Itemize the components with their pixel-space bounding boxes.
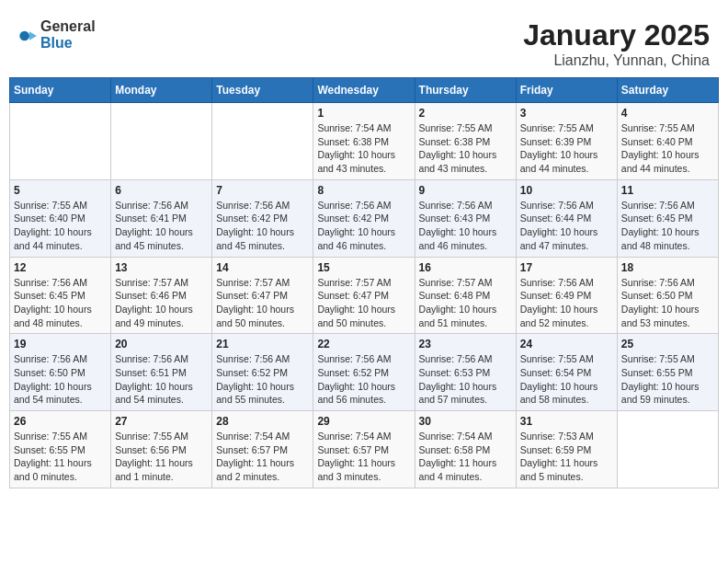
day-number: 25 <box>621 338 714 350</box>
day-info: Sunrise: 7:54 AMSunset: 6:57 PMDaylight:… <box>317 430 410 484</box>
calendar-cell: 8Sunrise: 7:56 AMSunset: 6:42 PMDaylight… <box>313 179 415 257</box>
title-block: January 2025 Lianzhu, Yunnan, China <box>523 18 710 69</box>
day-info: Sunrise: 7:56 AMSunset: 6:45 PMDaylight:… <box>14 276 107 330</box>
day-number: 28 <box>216 415 309 428</box>
day-number: 20 <box>115 338 208 350</box>
day-info: Sunrise: 7:57 AMSunset: 6:47 PMDaylight:… <box>216 276 309 330</box>
calendar-cell: 9Sunrise: 7:56 AMSunset: 6:43 PMDaylight… <box>415 179 516 257</box>
day-info: Sunrise: 7:56 AMSunset: 6:52 PMDaylight:… <box>216 352 309 407</box>
day-of-week-wednesday: Wednesday <box>313 78 415 103</box>
day-info: Sunrise: 7:57 AMSunset: 6:48 PMDaylight:… <box>419 276 512 330</box>
day-of-week-sunday: Sunday <box>10 78 111 103</box>
calendar-cell: 17Sunrise: 7:56 AMSunset: 6:49 PMDayligh… <box>516 257 617 334</box>
page-header: General Blue January 2025 Lianzhu, Yunna… <box>9 9 719 74</box>
day-info: Sunrise: 7:55 AMSunset: 6:38 PMDaylight:… <box>419 121 512 176</box>
calendar-subtitle: Lianzhu, Yunnan, China <box>523 52 710 69</box>
day-info: Sunrise: 7:56 AMSunset: 6:42 PMDaylight:… <box>317 199 410 253</box>
calendar-cell: 15Sunrise: 7:57 AMSunset: 6:47 PMDayligh… <box>313 257 415 334</box>
calendar-title: January 2025 <box>523 18 710 52</box>
day-number: 18 <box>621 261 714 274</box>
day-of-week-saturday: Saturday <box>617 78 718 103</box>
calendar-cell: 3Sunrise: 7:55 AMSunset: 6:39 PMDaylight… <box>516 103 617 180</box>
calendar-week-4: 19Sunrise: 7:56 AMSunset: 6:50 PMDayligh… <box>10 334 719 411</box>
calendar-cell: 6Sunrise: 7:56 AMSunset: 6:41 PMDaylight… <box>111 179 212 257</box>
day-info: Sunrise: 7:56 AMSunset: 6:51 PMDaylight:… <box>115 352 208 407</box>
calendar-cell: 30Sunrise: 7:54 AMSunset: 6:58 PMDayligh… <box>415 411 516 488</box>
day-info: Sunrise: 7:57 AMSunset: 6:46 PMDaylight:… <box>115 276 208 330</box>
day-info: Sunrise: 7:56 AMSunset: 6:52 PMDaylight:… <box>317 352 410 407</box>
day-number: 31 <box>520 415 613 428</box>
day-number: 14 <box>216 261 309 274</box>
calendar-cell: 16Sunrise: 7:57 AMSunset: 6:48 PMDayligh… <box>415 257 516 334</box>
day-number: 11 <box>621 184 714 197</box>
day-number: 22 <box>317 338 410 350</box>
calendar-body: 1Sunrise: 7:54 AMSunset: 6:38 PMDaylight… <box>10 103 719 488</box>
calendar-cell <box>212 103 313 180</box>
calendar-cell: 13Sunrise: 7:57 AMSunset: 6:46 PMDayligh… <box>111 257 212 334</box>
day-info: Sunrise: 7:56 AMSunset: 6:43 PMDaylight:… <box>419 199 512 253</box>
calendar-cell: 22Sunrise: 7:56 AMSunset: 6:52 PMDayligh… <box>313 334 415 411</box>
calendar-cell: 7Sunrise: 7:56 AMSunset: 6:42 PMDaylight… <box>212 179 313 257</box>
day-number: 7 <box>216 184 309 197</box>
day-info: Sunrise: 7:56 AMSunset: 6:49 PMDaylight:… <box>520 276 613 330</box>
day-info: Sunrise: 7:55 AMSunset: 6:55 PMDaylight:… <box>621 352 714 407</box>
svg-marker-1 <box>29 31 37 40</box>
day-number: 2 <box>419 107 512 120</box>
calendar-cell: 14Sunrise: 7:57 AMSunset: 6:47 PMDayligh… <box>212 257 313 334</box>
day-info: Sunrise: 7:56 AMSunset: 6:41 PMDaylight:… <box>115 199 208 253</box>
calendar-cell: 4Sunrise: 7:55 AMSunset: 6:40 PMDaylight… <box>617 103 718 180</box>
day-info: Sunrise: 7:56 AMSunset: 6:44 PMDaylight:… <box>520 199 613 253</box>
day-info: Sunrise: 7:55 AMSunset: 6:56 PMDaylight:… <box>115 430 208 484</box>
day-number: 26 <box>14 415 107 428</box>
day-info: Sunrise: 7:55 AMSunset: 6:40 PMDaylight:… <box>621 121 714 176</box>
day-number: 30 <box>419 415 512 428</box>
day-of-week-friday: Friday <box>516 78 617 103</box>
calendar-week-2: 5Sunrise: 7:55 AMSunset: 6:40 PMDaylight… <box>10 179 719 257</box>
calendar-cell: 12Sunrise: 7:56 AMSunset: 6:45 PMDayligh… <box>10 257 111 334</box>
day-number: 24 <box>520 338 613 350</box>
calendar-cell: 1Sunrise: 7:54 AMSunset: 6:38 PMDaylight… <box>313 103 415 180</box>
day-number: 10 <box>520 184 613 197</box>
day-info: Sunrise: 7:56 AMSunset: 6:42 PMDaylight:… <box>216 199 309 253</box>
day-info: Sunrise: 7:53 AMSunset: 6:59 PMDaylight:… <box>520 430 613 484</box>
calendar-cell: 11Sunrise: 7:56 AMSunset: 6:45 PMDayligh… <box>617 179 718 257</box>
calendar-cell: 31Sunrise: 7:53 AMSunset: 6:59 PMDayligh… <box>516 411 617 488</box>
day-info: Sunrise: 7:54 AMSunset: 6:58 PMDaylight:… <box>419 430 512 484</box>
day-number: 12 <box>14 261 107 274</box>
day-info: Sunrise: 7:56 AMSunset: 6:45 PMDaylight:… <box>621 199 714 253</box>
days-of-week-row: SundayMondayTuesdayWednesdayThursdayFrid… <box>10 78 719 103</box>
day-number: 27 <box>115 415 208 428</box>
logo-icon <box>18 27 37 45</box>
calendar-cell: 24Sunrise: 7:55 AMSunset: 6:54 PMDayligh… <box>516 334 617 411</box>
calendar-cell: 27Sunrise: 7:55 AMSunset: 6:56 PMDayligh… <box>111 411 212 488</box>
day-info: Sunrise: 7:56 AMSunset: 6:50 PMDaylight:… <box>14 352 107 407</box>
day-of-week-monday: Monday <box>111 78 212 103</box>
day-number: 19 <box>14 338 107 350</box>
day-info: Sunrise: 7:54 AMSunset: 6:57 PMDaylight:… <box>216 430 309 484</box>
calendar-cell: 19Sunrise: 7:56 AMSunset: 6:50 PMDayligh… <box>10 334 111 411</box>
calendar-cell: 10Sunrise: 7:56 AMSunset: 6:44 PMDayligh… <box>516 179 617 257</box>
calendar-cell: 20Sunrise: 7:56 AMSunset: 6:51 PMDayligh… <box>111 334 212 411</box>
day-info: Sunrise: 7:56 AMSunset: 6:53 PMDaylight:… <box>419 352 512 407</box>
logo-general-text: General <box>40 18 96 35</box>
svg-point-0 <box>19 30 29 40</box>
day-number: 23 <box>419 338 512 350</box>
day-number: 8 <box>317 184 410 197</box>
logo: General Blue <box>18 18 96 51</box>
day-number: 17 <box>520 261 613 274</box>
day-number: 29 <box>317 415 410 428</box>
day-info: Sunrise: 7:55 AMSunset: 6:40 PMDaylight:… <box>14 199 107 253</box>
day-info: Sunrise: 7:56 AMSunset: 6:50 PMDaylight:… <box>621 276 714 330</box>
calendar-cell: 18Sunrise: 7:56 AMSunset: 6:50 PMDayligh… <box>617 257 718 334</box>
logo-text: General Blue <box>40 18 96 51</box>
calendar-table: SundayMondayTuesdayWednesdayThursdayFrid… <box>9 77 719 488</box>
day-info: Sunrise: 7:57 AMSunset: 6:47 PMDaylight:… <box>317 276 410 330</box>
calendar-cell: 21Sunrise: 7:56 AMSunset: 6:52 PMDayligh… <box>212 334 313 411</box>
day-number: 4 <box>621 107 714 120</box>
calendar-week-3: 12Sunrise: 7:56 AMSunset: 6:45 PMDayligh… <box>10 257 719 334</box>
calendar-cell <box>617 411 718 488</box>
day-info: Sunrise: 7:55 AMSunset: 6:54 PMDaylight:… <box>520 352 613 407</box>
calendar-cell: 26Sunrise: 7:55 AMSunset: 6:55 PMDayligh… <box>10 411 111 488</box>
calendar-header: SundayMondayTuesdayWednesdayThursdayFrid… <box>10 78 719 103</box>
calendar-cell <box>10 103 111 180</box>
